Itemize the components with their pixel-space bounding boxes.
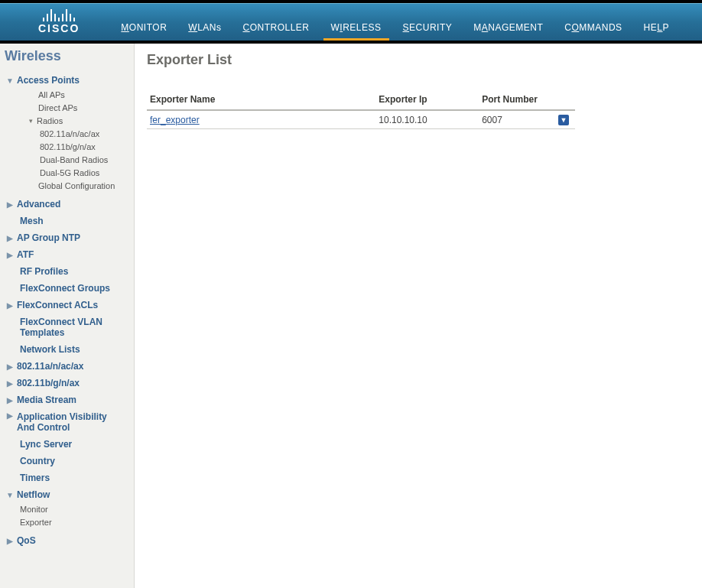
sidebar-item-label: 802.11a/n/ac/ax	[17, 361, 83, 372]
chevron-right-icon: ▶	[6, 200, 14, 209]
sidebar-mesh[interactable]: Mesh	[3, 213, 132, 229]
chevron-down-icon: ▼	[6, 76, 14, 85]
col-port-number: Port Number	[479, 89, 555, 110]
exporter-ip-cell: 10.10.10.10	[375, 110, 479, 129]
sidebar-radio-80211b[interactable]: 802.11b/g/n/ax	[40, 141, 132, 154]
nav-commands[interactable]: COMMANDS	[561, 18, 625, 34]
sidebar-item-label: Netflow	[17, 489, 50, 500]
chevron-right-icon: ▶	[6, 362, 14, 371]
top-nav: MONITOR WLANs CONTROLLER WIRELESS SECURI…	[95, 18, 672, 41]
chevron-right-icon: ▶	[6, 379, 14, 388]
sidebar-rf-profiles[interactable]: RF Profiles	[3, 263, 132, 280]
chevron-right-icon: ▶	[6, 234, 14, 242]
sidebar-country[interactable]: Country	[3, 453, 132, 469]
chevron-right-icon: ▶	[6, 411, 14, 420]
chevron-right-icon: ▶	[6, 537, 14, 545]
sidebar-item-label: FlexConnect ACLs	[17, 300, 98, 310]
chevron-down-icon: ▼	[6, 491, 14, 499]
sidebar-lync[interactable]: Lync Server	[3, 436, 132, 453]
nav-wlans[interactable]: WLANs	[185, 18, 224, 34]
exporter-table: Exporter Name Exporter Ip Port Number fe…	[147, 89, 575, 129]
sidebar-radio-80211a[interactable]: 802.11a/n/ac/ax	[40, 128, 132, 141]
sidebar-title: Wireless	[3, 46, 132, 72]
sidebar-item-label: AP Group NTP	[17, 232, 80, 243]
col-exporter-name: Exporter Name	[147, 89, 375, 110]
sidebar: Wireless ▼ Access Points All APs Direct …	[0, 41, 135, 588]
brand-logo: CISCO	[0, 8, 95, 41]
chevron-right-icon: ▶	[6, 251, 14, 259]
sidebar-atf[interactable]: ▶ATF	[3, 246, 132, 263]
nav-wireless[interactable]: WIRELESS	[328, 18, 385, 34]
sidebar-item-label: ATF	[17, 249, 34, 260]
sidebar-netflow-monitor[interactable]: Monitor	[20, 503, 132, 516]
chevron-right-icon: ▶	[6, 396, 14, 404]
exporter-port-cell: 6007	[479, 110, 555, 129]
sidebar-radio-dualband[interactable]: Dual-Band Radios	[40, 154, 132, 167]
sidebar-flexconnect-groups[interactable]: FlexConnect Groups	[3, 280, 132, 297]
exporter-name-link[interactable]: fer_exporter	[150, 115, 200, 125]
sidebar-timers[interactable]: Timers	[3, 469, 132, 486]
page-title: Exporter List	[147, 52, 690, 68]
col-actions	[555, 89, 575, 110]
sidebar-qos[interactable]: ▶QoS	[3, 532, 132, 549]
sidebar-access-points[interactable]: ▼ Access Points	[3, 72, 132, 89]
sidebar-netflow-exporter[interactable]: Exporter	[20, 516, 132, 529]
caret-down-icon: ▾	[24, 115, 37, 126]
sidebar-ap-group-ntp[interactable]: ▶AP Group NTP	[3, 229, 132, 246]
sidebar-flexconnect-vlan[interactable]: FlexConnect VLAN Templates	[3, 313, 118, 341]
sidebar-network-lists[interactable]: Network Lists	[3, 341, 132, 358]
brand-text: CISCO	[38, 22, 80, 34]
sidebar-netflow[interactable]: ▼ Netflow	[3, 486, 132, 503]
sidebar-avc[interactable]: ▶Application Visibility And Control	[3, 408, 132, 436]
table-row: fer_exporter 10.10.10.10 6007 ▼	[147, 110, 575, 129]
nav-security[interactable]: SECURITY	[400, 18, 456, 34]
sidebar-global-config[interactable]: Global Configuration	[24, 180, 132, 193]
sidebar-item-label: Access Points	[17, 75, 80, 86]
sidebar-all-aps[interactable]: All APs	[24, 89, 132, 102]
sidebar-item-label: Radios	[37, 115, 63, 126]
sidebar-direct-aps[interactable]: Direct APs	[24, 102, 132, 115]
app-header: CISCO MONITOR WLANs CONTROLLER WIRELESS …	[0, 3, 702, 41]
sidebar-flexconnect-acls[interactable]: ▶FlexConnect ACLs	[3, 297, 132, 313]
sidebar-radios[interactable]: ▾ Radios	[24, 115, 132, 128]
sidebar-advanced[interactable]: ▶Advanced	[3, 196, 132, 213]
content-area: Exporter List Exporter Name Exporter Ip …	[135, 41, 702, 588]
col-exporter-ip: Exporter Ip	[375, 89, 479, 110]
sidebar-media-stream[interactable]: ▶Media Stream	[3, 391, 132, 408]
nav-management[interactable]: MANAGEMENT	[470, 18, 546, 34]
nav-monitor[interactable]: MONITOR	[118, 18, 170, 34]
sidebar-item-label: 802.11b/g/n/ax	[17, 378, 80, 388]
sidebar-80211b[interactable]: ▶802.11b/g/n/ax	[3, 375, 132, 391]
sidebar-item-label: Media Stream	[17, 395, 76, 405]
sidebar-item-label: Application Visibility And Control	[17, 411, 124, 433]
sidebar-item-label: QoS	[17, 535, 36, 546]
row-action-dropdown-icon[interactable]: ▼	[558, 115, 569, 125]
sidebar-item-label: Advanced	[17, 199, 60, 210]
sidebar-radio-dual5g[interactable]: Dual-5G Radios	[40, 167, 132, 180]
nav-controller[interactable]: CONTROLLER	[239, 18, 312, 34]
cisco-bars-icon	[43, 8, 75, 21]
sidebar-80211a[interactable]: ▶802.11a/n/ac/ax	[3, 358, 132, 375]
chevron-right-icon: ▶	[6, 301, 14, 310]
nav-help[interactable]: HELP	[641, 18, 672, 34]
